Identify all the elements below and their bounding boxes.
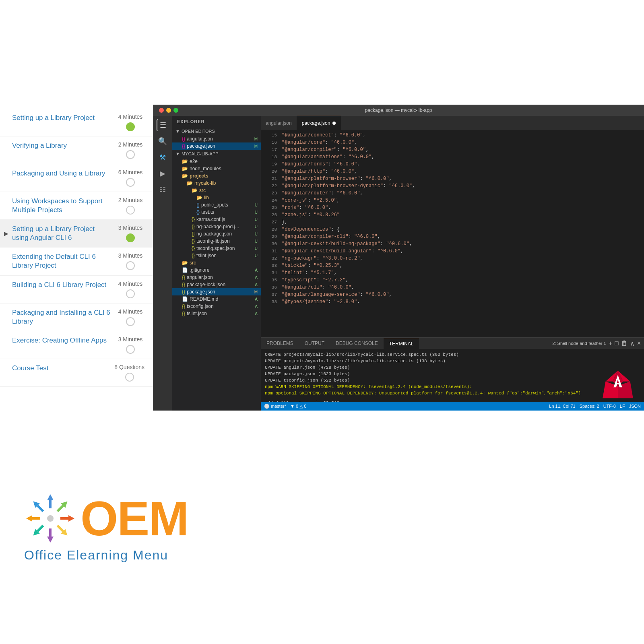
oem-acronym: OEM — [80, 494, 188, 543]
sidebar-item-10[interactable]: Course Test 8 Questions — [0, 359, 153, 387]
tab-angular-json[interactable]: angular.json — [261, 116, 297, 130]
file-icon: {} — [182, 136, 185, 142]
tree-tslint[interactable]: {} tslint.json U — [172, 252, 261, 259]
tree-src-inner[interactable]: 📂 src — [172, 187, 261, 194]
code-line-37: 37 "@angular/language-service": "^6.0.0"… — [261, 291, 644, 298]
open-editors-section[interactable]: ▼ OPEN EDITORS — [172, 127, 261, 135]
tree-ng-package[interactable]: {} ng-package.json U — [172, 230, 261, 237]
terminal-line-8 — [265, 396, 640, 400]
terminal-area: PROBLEMS OUTPUT DEBUG CONSOLE TERMINAL 2… — [261, 337, 644, 402]
oem-brand-text: OEM — [80, 494, 188, 543]
explorer-icon[interactable]: ☰ — [157, 119, 169, 131]
code-line-15: 15 "@angular/connect": "^6.0.0", — [261, 132, 644, 139]
status-empty-10 — [125, 373, 134, 382]
md-icon: 📄 — [182, 296, 188, 302]
source-control-icon[interactable]: ⚒ — [157, 151, 169, 163]
code-line-28: 28 "devDependencies": { — [261, 226, 644, 233]
tree-public-api[interactable]: {} public_api.ts U — [172, 201, 261, 208]
debug-icon[interactable]: ▶ — [157, 167, 169, 180]
sidebar-item-left-2: Verifying a Library — [12, 141, 112, 150]
sidebar-item-8[interactable]: Packaging and Installing a CLI 6 Library… — [0, 303, 153, 331]
status-complete-5 — [126, 233, 135, 242]
code-editor[interactable]: 15 "@angular/connect": "^6.0.0", 16 "@an… — [261, 130, 644, 337]
tree-package-lock[interactable]: {} package-lock.json A — [172, 281, 261, 288]
sidebar-item-9[interactable]: Exercise: Creating Offline Apps 3 Minute… — [0, 331, 153, 359]
code-line-33: 33 "tsickle": "^0.25.3", — [261, 262, 644, 269]
status-empty-2 — [126, 150, 135, 159]
tree-src-root[interactable]: 📂 src — [172, 259, 261, 266]
sidebar-item-duration-5: 3 Minutes — [118, 225, 143, 231]
svg-rect-11 — [37, 524, 44, 532]
tree-ng-package-prod[interactable]: {} ng-package.prod.j... U — [172, 223, 261, 230]
tree-tsconfig[interactable]: {} tsconfig.json A — [172, 303, 261, 310]
open-file-package-json[interactable]: {} package.json M — [172, 142, 261, 150]
tree-tsconfig-spec[interactable]: {} tsconfig.spec.json U — [172, 245, 261, 252]
tree-tslint-root[interactable]: {} tslint.json A — [172, 310, 261, 317]
svg-rect-12 — [32, 517, 40, 520]
sidebar-item-7[interactable]: Building a CLI 6 Library Project 4 Minut… — [0, 276, 153, 303]
oem-subtitle: Office Elearning Menu — [24, 548, 168, 563]
minimize-button[interactable] — [166, 108, 171, 113]
code-line-31: 31 "@angular-devkit/build-angular": "^0.… — [261, 248, 644, 255]
oem-logo-top: OEM — [24, 492, 188, 545]
sidebar-item-duration-1: 4 Minutes — [118, 114, 143, 120]
editor-area: angular.json package.json 15 "@angular/c… — [261, 116, 644, 411]
tree-gitignore[interactable]: 📄 .gitignore A — [172, 266, 261, 274]
sidebar-item-4[interactable]: Using Workspaces to Support Multiple Pro… — [0, 192, 153, 220]
spaces: Spaces: 2 — [580, 404, 599, 409]
svg-rect-8 — [60, 517, 68, 520]
open-file-angular-json[interactable]: {} angular.json M — [172, 135, 261, 142]
tree-package-json[interactable]: {} package.json M — [172, 288, 261, 295]
close-terminal-button[interactable]: ∧ — [630, 340, 635, 347]
split-terminal-button[interactable]: □ — [615, 340, 619, 347]
search-icon[interactable]: 🔍 — [157, 135, 169, 147]
new-terminal-button[interactable]: + — [609, 340, 612, 347]
tab-debug-console[interactable]: DEBUG CONSOLE — [330, 338, 384, 349]
code-line-34: 34 "tslint": "^5.1.7", — [261, 269, 644, 277]
tree-angular-json[interactable]: {} angular.json A — [172, 274, 261, 281]
activity-bar: ☰ 🔍 ⚒ ▶ ☷ — [153, 116, 172, 411]
tree-test-ts[interactable]: {} test.ts U — [172, 208, 261, 216]
sidebar-item-duration-3: 6 Minutes — [118, 169, 143, 175]
terminal-line-3: UPDATE angular.json (4728 bytes) — [265, 364, 640, 371]
maximize-terminal-button[interactable]: × — [637, 340, 641, 347]
tree-projects[interactable]: 📂 projects — [172, 172, 261, 180]
tree-readme[interactable]: 📄 README.md A — [172, 295, 261, 303]
git-branch: ⚪ master* — [264, 404, 286, 409]
tab-output[interactable]: OUTPUT — [299, 338, 330, 349]
sidebar-item-duration-2: 2 Minutes — [118, 141, 143, 148]
code-line-26: 26 "zone.js": "^0.8.26" — [261, 211, 644, 219]
tree-tsconfig-lib[interactable]: {} tsconfig-lib.json U — [172, 237, 261, 245]
sidebar-item-right-6: 3 Minutes — [112, 252, 144, 270]
kill-terminal-button[interactable]: 🗑 — [621, 340, 627, 347]
json-icon: {} — [192, 246, 195, 251]
extensions-icon[interactable]: ☷ — [157, 184, 169, 196]
tab-package-json[interactable]: package.json — [297, 116, 341, 130]
sidebar-item-right-2: 2 Minutes — [112, 141, 144, 159]
tab-problems[interactable]: PROBLEMS — [261, 338, 299, 349]
project-section[interactable]: ▼ MYCALC-LIB-APP — [172, 150, 261, 158]
code-line-17: 17 "@angular/compiler": "^6.0.0", — [261, 146, 644, 153]
sidebar-item-2[interactable]: Verifying a Library 2 Minutes — [0, 136, 153, 164]
sidebar-item-right-5: 3 Minutes — [112, 225, 144, 242]
tab-label: package.json — [302, 120, 330, 126]
tree-mycalc-lib[interactable]: 📂 mycalc-lib — [172, 180, 261, 187]
sidebar-item-3[interactable]: Packaging and Using a Library 6 Minutes — [0, 164, 153, 192]
close-button[interactable] — [159, 108, 164, 113]
maximize-button[interactable] — [173, 108, 178, 113]
sidebar-item-1[interactable]: Setting up a Library Project 4 Minutes — [0, 109, 153, 136]
status-empty-8 — [126, 317, 135, 326]
tree-lib[interactable]: 📂 lib — [172, 194, 261, 201]
tree-e2e[interactable]: 📂 e2e — [172, 158, 261, 165]
sidebar-item-6[interactable]: Extending the Default CLI 6 Library Proj… — [0, 248, 153, 275]
sidebar-item-duration-4: 2 Minutes — [118, 197, 143, 203]
tree-node-modules[interactable]: 📂 node_modules — [172, 165, 261, 172]
sidebar-item-5[interactable]: ▶ Setting up a Library Project using Ang… — [0, 220, 153, 248]
tree-karma[interactable]: {} karma.conf.js U — [172, 216, 261, 223]
tab-terminal[interactable]: TERMINAL — [384, 338, 419, 349]
code-line-16: 16 "@angular/core": "^6.0.0", — [261, 139, 644, 146]
code-line-21: 21 "@angular/platform-browser": "^6.0.0"… — [261, 175, 644, 182]
svg-point-14 — [47, 515, 54, 522]
sidebar-item-title-10: Course Test — [12, 364, 110, 373]
oem-pinwheel-icon — [24, 492, 76, 545]
